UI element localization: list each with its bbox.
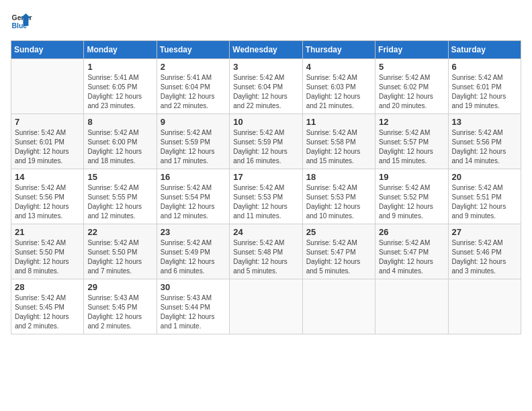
day-info: Sunrise: 5:42 AMSunset: 5:50 PMDaylight:… bbox=[87, 238, 152, 276]
calendar-cell: 1Sunrise: 5:41 AMSunset: 6:05 PMDaylight… bbox=[84, 59, 157, 114]
calendar-cell: 22Sunrise: 5:42 AMSunset: 5:50 PMDayligh… bbox=[84, 224, 157, 279]
logo: General Blue bbox=[11, 11, 32, 32]
calendar-cell bbox=[302, 279, 375, 334]
day-info: Sunrise: 5:42 AMSunset: 5:48 PMDaylight:… bbox=[233, 238, 298, 276]
calendar-cell: 28Sunrise: 5:42 AMSunset: 5:45 PMDayligh… bbox=[11, 279, 84, 334]
calendar-cell: 23Sunrise: 5:42 AMSunset: 5:49 PMDayligh… bbox=[157, 224, 229, 279]
calendar-cell bbox=[11, 59, 84, 114]
day-info: Sunrise: 5:41 AMSunset: 6:04 PMDaylight:… bbox=[161, 73, 226, 111]
header-day-thursday: Thursday bbox=[302, 41, 375, 59]
day-info: Sunrise: 5:42 AMSunset: 5:52 PMDaylight:… bbox=[379, 183, 444, 221]
day-info: Sunrise: 5:42 AMSunset: 6:02 PMDaylight:… bbox=[379, 73, 444, 111]
day-number: 14 bbox=[15, 172, 80, 182]
day-number: 27 bbox=[452, 227, 517, 237]
calendar-cell: 26Sunrise: 5:42 AMSunset: 5:47 PMDayligh… bbox=[375, 224, 448, 279]
calendar-cell: 17Sunrise: 5:42 AMSunset: 5:53 PMDayligh… bbox=[230, 169, 302, 224]
day-number: 12 bbox=[379, 117, 444, 127]
calendar-table: SundayMondayTuesdayWednesdayThursdayFrid… bbox=[11, 40, 521, 334]
day-info: Sunrise: 5:42 AMSunset: 5:45 PMDaylight:… bbox=[15, 293, 80, 331]
calendar-cell: 3Sunrise: 5:42 AMSunset: 6:04 PMDaylight… bbox=[230, 59, 302, 114]
day-info: Sunrise: 5:42 AMSunset: 5:57 PMDaylight:… bbox=[379, 128, 444, 166]
day-info: Sunrise: 5:42 AMSunset: 6:00 PMDaylight:… bbox=[87, 128, 152, 166]
day-number: 30 bbox=[161, 282, 226, 292]
calendar-cell: 25Sunrise: 5:42 AMSunset: 5:47 PMDayligh… bbox=[302, 224, 375, 279]
calendar-cell bbox=[230, 279, 302, 334]
day-number: 7 bbox=[15, 117, 80, 127]
day-info: Sunrise: 5:42 AMSunset: 5:51 PMDaylight:… bbox=[452, 183, 517, 221]
day-number: 18 bbox=[306, 172, 371, 182]
day-info: Sunrise: 5:42 AMSunset: 6:03 PMDaylight:… bbox=[306, 73, 371, 111]
calendar-week-2: 7Sunrise: 5:42 AMSunset: 6:01 PMDaylight… bbox=[11, 114, 521, 169]
day-info: Sunrise: 5:42 AMSunset: 6:01 PMDaylight:… bbox=[15, 128, 80, 166]
day-number: 13 bbox=[452, 117, 517, 127]
header-day-sunday: Sunday bbox=[11, 41, 84, 59]
day-info: Sunrise: 5:42 AMSunset: 5:58 PMDaylight:… bbox=[306, 128, 371, 166]
calendar-week-4: 21Sunrise: 5:42 AMSunset: 5:50 PMDayligh… bbox=[11, 224, 521, 279]
day-number: 17 bbox=[233, 172, 298, 182]
day-number: 25 bbox=[306, 227, 371, 237]
calendar-cell: 30Sunrise: 5:43 AMSunset: 5:44 PMDayligh… bbox=[157, 279, 229, 334]
calendar-cell: 21Sunrise: 5:42 AMSunset: 5:50 PMDayligh… bbox=[11, 224, 84, 279]
calendar-cell: 4Sunrise: 5:42 AMSunset: 6:03 PMDaylight… bbox=[302, 59, 375, 114]
day-number: 21 bbox=[15, 227, 80, 237]
day-number: 8 bbox=[87, 117, 152, 127]
day-number: 11 bbox=[306, 117, 371, 127]
logo-icon: General Blue bbox=[11, 11, 32, 32]
header-day-wednesday: Wednesday bbox=[230, 41, 302, 59]
day-number: 22 bbox=[87, 227, 152, 237]
day-number: 24 bbox=[233, 227, 298, 237]
day-number: 19 bbox=[379, 172, 444, 182]
calendar-week-3: 14Sunrise: 5:42 AMSunset: 5:56 PMDayligh… bbox=[11, 169, 521, 224]
day-info: Sunrise: 5:42 AMSunset: 6:04 PMDaylight:… bbox=[233, 73, 298, 111]
calendar-header-row: SundayMondayTuesdayWednesdayThursdayFrid… bbox=[11, 41, 521, 59]
day-info: Sunrise: 5:42 AMSunset: 6:01 PMDaylight:… bbox=[452, 73, 517, 111]
day-number: 23 bbox=[161, 227, 226, 237]
calendar-cell: 15Sunrise: 5:42 AMSunset: 5:55 PMDayligh… bbox=[84, 169, 157, 224]
day-info: Sunrise: 5:42 AMSunset: 5:50 PMDaylight:… bbox=[15, 238, 80, 276]
day-info: Sunrise: 5:42 AMSunset: 5:53 PMDaylight:… bbox=[233, 183, 298, 221]
day-info: Sunrise: 5:42 AMSunset: 5:59 PMDaylight:… bbox=[161, 128, 226, 166]
day-info: Sunrise: 5:42 AMSunset: 5:49 PMDaylight:… bbox=[161, 238, 226, 276]
day-number: 9 bbox=[161, 117, 226, 127]
calendar-cell: 7Sunrise: 5:42 AMSunset: 6:01 PMDaylight… bbox=[11, 114, 84, 169]
calendar-cell: 11Sunrise: 5:42 AMSunset: 5:58 PMDayligh… bbox=[302, 114, 375, 169]
calendar-cell: 2Sunrise: 5:41 AMSunset: 6:04 PMDaylight… bbox=[157, 59, 229, 114]
day-number: 20 bbox=[452, 172, 517, 182]
day-info: Sunrise: 5:42 AMSunset: 5:47 PMDaylight:… bbox=[379, 238, 444, 276]
day-number: 3 bbox=[233, 62, 298, 72]
day-info: Sunrise: 5:43 AMSunset: 5:44 PMDaylight:… bbox=[161, 293, 226, 331]
calendar-cell: 19Sunrise: 5:42 AMSunset: 5:52 PMDayligh… bbox=[375, 169, 448, 224]
calendar-cell: 27Sunrise: 5:42 AMSunset: 5:46 PMDayligh… bbox=[448, 224, 521, 279]
day-info: Sunrise: 5:42 AMSunset: 5:47 PMDaylight:… bbox=[306, 238, 371, 276]
calendar-cell: 24Sunrise: 5:42 AMSunset: 5:48 PMDayligh… bbox=[230, 224, 302, 279]
calendar-cell bbox=[448, 279, 521, 334]
calendar-cell: 20Sunrise: 5:42 AMSunset: 5:51 PMDayligh… bbox=[448, 169, 521, 224]
calendar-cell: 12Sunrise: 5:42 AMSunset: 5:57 PMDayligh… bbox=[375, 114, 448, 169]
day-number: 16 bbox=[161, 172, 226, 182]
header-day-friday: Friday bbox=[375, 41, 448, 59]
calendar-cell: 8Sunrise: 5:42 AMSunset: 6:00 PMDaylight… bbox=[84, 114, 157, 169]
day-number: 6 bbox=[452, 62, 517, 72]
day-number: 28 bbox=[15, 282, 80, 292]
header-day-saturday: Saturday bbox=[448, 41, 521, 59]
calendar-cell: 13Sunrise: 5:42 AMSunset: 5:56 PMDayligh… bbox=[448, 114, 521, 169]
day-number: 26 bbox=[379, 227, 444, 237]
day-number: 10 bbox=[233, 117, 298, 127]
day-number: 4 bbox=[306, 62, 371, 72]
header-day-tuesday: Tuesday bbox=[157, 41, 229, 59]
day-info: Sunrise: 5:42 AMSunset: 5:56 PMDaylight:… bbox=[15, 183, 80, 221]
day-number: 15 bbox=[87, 172, 152, 182]
day-info: Sunrise: 5:43 AMSunset: 5:45 PMDaylight:… bbox=[87, 293, 152, 331]
calendar-cell bbox=[375, 279, 448, 334]
calendar-cell: 5Sunrise: 5:42 AMSunset: 6:02 PMDaylight… bbox=[375, 59, 448, 114]
day-info: Sunrise: 5:42 AMSunset: 5:56 PMDaylight:… bbox=[452, 128, 517, 166]
day-number: 29 bbox=[87, 282, 152, 292]
calendar-cell: 6Sunrise: 5:42 AMSunset: 6:01 PMDaylight… bbox=[448, 59, 521, 114]
day-info: Sunrise: 5:41 AMSunset: 6:05 PMDaylight:… bbox=[87, 73, 152, 111]
calendar-cell: 10Sunrise: 5:42 AMSunset: 5:59 PMDayligh… bbox=[230, 114, 302, 169]
page-header: General Blue bbox=[11, 11, 521, 32]
header-day-monday: Monday bbox=[84, 41, 157, 59]
calendar-week-1: 1Sunrise: 5:41 AMSunset: 6:05 PMDaylight… bbox=[11, 59, 521, 114]
day-info: Sunrise: 5:42 AMSunset: 5:54 PMDaylight:… bbox=[161, 183, 226, 221]
day-info: Sunrise: 5:42 AMSunset: 5:59 PMDaylight:… bbox=[233, 128, 298, 166]
